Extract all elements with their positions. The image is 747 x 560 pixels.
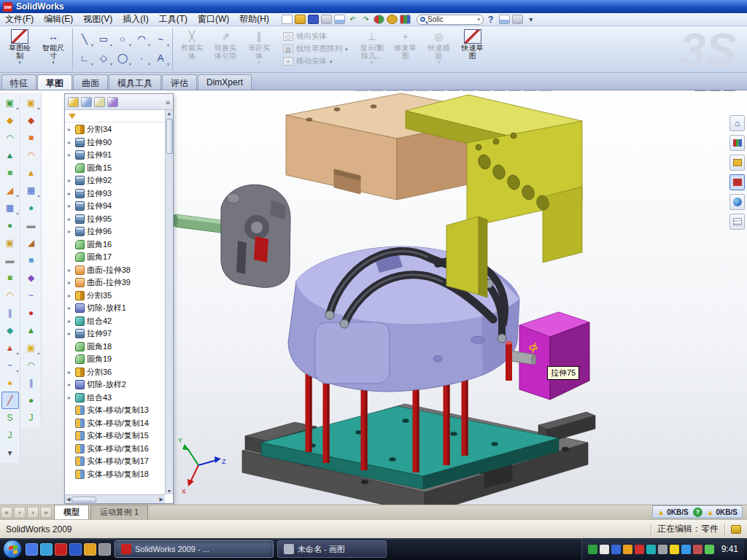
tree-item[interactable]: 圆角17 bbox=[65, 251, 165, 264]
tray-icon-9[interactable] bbox=[693, 545, 703, 554]
model-tab-模型[interactable]: 模型 bbox=[54, 505, 89, 519]
tree-item[interactable]: 圆角15 bbox=[65, 162, 165, 175]
browser-icon[interactable] bbox=[40, 543, 53, 556]
tree-item[interactable]: ▸拉伸90 bbox=[65, 136, 165, 149]
tab-草图[interactable]: 草图 bbox=[37, 74, 72, 90]
tab-特征[interactable]: 特征 bbox=[1, 74, 36, 90]
swept-boss-icon[interactable]: ◠ bbox=[1, 129, 19, 147]
menu-视图(V)[interactable]: 视图(V) bbox=[78, 12, 117, 26]
side-block[interactable] bbox=[519, 312, 589, 400]
tree-item[interactable]: ▸分割36 bbox=[65, 366, 165, 379]
top-plate[interactable] bbox=[286, 93, 512, 200]
line-tool[interactable]: ╲▾ bbox=[75, 29, 94, 48]
tree-item[interactable]: ▸切除-放样1 bbox=[65, 302, 165, 315]
view-palette-icon[interactable] bbox=[729, 194, 745, 210]
boundary-boss-icon[interactable]: ■ bbox=[1, 164, 19, 182]
tab-模具工具[interactable]: 模具工具 bbox=[109, 74, 161, 90]
menu-文件(F)[interactable]: 文件(F) bbox=[0, 12, 39, 26]
undo-icon[interactable]: ↶ bbox=[347, 15, 358, 24]
base-plate[interactable] bbox=[242, 404, 595, 505]
knit-surface-icon[interactable]: ■ bbox=[23, 252, 40, 269]
rebuild-icon[interactable] bbox=[374, 15, 384, 24]
expand-arrow-icon[interactable]: ▸ bbox=[68, 330, 75, 337]
ejector-pins[interactable] bbox=[306, 352, 468, 473]
task-solidworks[interactable]: SolidWorks 2009 - ... bbox=[115, 540, 274, 558]
menu-插入(I)[interactable]: 插入(I) bbox=[117, 12, 153, 26]
options-icon[interactable] bbox=[387, 15, 398, 24]
tree-item[interactable]: 实体-移动/复制15 bbox=[65, 429, 165, 443]
polygon-tool[interactable]: ◇▾ bbox=[94, 48, 113, 67]
yoke-bracket[interactable] bbox=[406, 95, 582, 298]
tree-filter-row[interactable] bbox=[65, 110, 173, 122]
redo-icon[interactable]: ↷ bbox=[360, 15, 371, 24]
freeform-icon[interactable]: ~ bbox=[23, 287, 40, 304]
print-preview-icon[interactable] bbox=[334, 15, 345, 24]
instant3d-icon[interactable]: ● bbox=[1, 374, 19, 392]
shell-icon[interactable]: ■ bbox=[1, 269, 19, 287]
sketch-button[interactable]: 草图绘制▾ bbox=[3, 28, 36, 65]
media-player-icon[interactable] bbox=[98, 543, 111, 556]
tree-item[interactable]: ▸切除-放样2 bbox=[65, 378, 165, 392]
ruled-surface-icon[interactable]: ∥ bbox=[23, 374, 40, 392]
explorer-icon[interactable] bbox=[69, 543, 82, 556]
expand-arrow-icon[interactable]: ▸ bbox=[68, 267, 75, 273]
tree-item[interactable]: ▸拉伸96 bbox=[65, 225, 165, 238]
expand-arrow-icon[interactable]: ▸ bbox=[68, 177, 75, 184]
tree-horizontal-scrollbar[interactable]: ◀ ▶ bbox=[65, 494, 165, 503]
filled-surface-icon[interactable]: ● bbox=[23, 392, 40, 409]
expand-arrow-icon[interactable]: ▸ bbox=[68, 190, 75, 197]
tree-vertical-scrollbar[interactable]: ▲ ▼ bbox=[165, 110, 173, 494]
revolved-boss-icon[interactable]: ◆ bbox=[1, 112, 19, 129]
tab-评估[interactable]: 评估 bbox=[162, 74, 197, 90]
menu-帮助(H)[interactable]: 帮助(H) bbox=[234, 12, 274, 26]
menu-编辑(E)[interactable]: 编辑(E) bbox=[39, 12, 78, 26]
swept-surface-icon[interactable]: ▲ bbox=[23, 164, 40, 182]
expand-arrow-icon[interactable]: ▸ bbox=[68, 318, 75, 324]
scroll-up-icon[interactable]: ▲ bbox=[167, 111, 172, 116]
featuremanager-tab-icon[interactable] bbox=[68, 97, 79, 107]
dimxpertmanager-tab-icon[interactable] bbox=[107, 97, 118, 107]
linear-pattern-icon[interactable]: ▦▾ bbox=[1, 199, 19, 217]
tray-icon-4[interactable] bbox=[635, 545, 644, 554]
bolster-plate[interactable] bbox=[261, 406, 559, 489]
scroll-thumb[interactable] bbox=[71, 497, 96, 502]
scroll-down-icon[interactable]: ▼ bbox=[167, 489, 172, 494]
search-dropdown-icon[interactable]: ▾ bbox=[477, 17, 480, 23]
tree-item[interactable]: ▸分割34 bbox=[65, 123, 165, 136]
expand-arrow-icon[interactable]: ▸ bbox=[68, 228, 75, 235]
lofted-boss-icon[interactable]: ▲ bbox=[1, 147, 19, 164]
file-explorer-icon[interactable] bbox=[729, 155, 745, 171]
expand-arrow-icon[interactable]: ▸ bbox=[68, 152, 75, 158]
guide-stub[interactable] bbox=[506, 341, 536, 381]
scroll-left-icon[interactable]: ◀ bbox=[66, 497, 70, 502]
tab-DimXpert[interactable]: DimXpert bbox=[198, 74, 252, 90]
print-icon[interactable] bbox=[321, 15, 332, 24]
network-help-icon[interactable]: ? bbox=[693, 508, 703, 517]
expand-arrow-icon[interactable]: ▸ bbox=[68, 203, 75, 209]
fillet-icon[interactable]: ● bbox=[1, 217, 19, 234]
open-icon[interactable] bbox=[295, 15, 306, 24]
curves-icon[interactable]: ~▾ bbox=[1, 357, 19, 374]
expand-arrow-icon[interactable]: ▸ bbox=[68, 381, 75, 388]
tree-item[interactable]: 实体-移动/复制17 bbox=[65, 455, 165, 468]
expand-arrow-icon[interactable]: ▸ bbox=[68, 305, 75, 311]
trim-surface-icon[interactable]: ◢ bbox=[23, 234, 40, 252]
more-features-icon[interactable]: ▾ bbox=[1, 444, 19, 462]
show-desktop-icon[interactable] bbox=[26, 543, 38, 556]
tree-pane-chevron-icon[interactable]: » bbox=[166, 98, 170, 106]
expand-arrow-icon[interactable]: ▸ bbox=[68, 369, 75, 376]
spline-tool[interactable]: ~▾ bbox=[151, 29, 170, 48]
help-icon[interactable]: ? bbox=[488, 15, 493, 25]
tree-item[interactable]: 实体-移动/复制16 bbox=[65, 443, 165, 456]
model-nav-0[interactable]: « bbox=[1, 507, 12, 518]
extruded-surface-icon[interactable]: ■ bbox=[23, 129, 40, 147]
tree-item[interactable]: 实体-移动/复制13 bbox=[65, 404, 165, 417]
save-icon[interactable] bbox=[308, 15, 319, 24]
expand-arrow-icon[interactable]: ▸ bbox=[68, 139, 75, 146]
draft-icon[interactable]: ∥ bbox=[1, 304, 19, 322]
thicken-icon[interactable]: ◆ bbox=[23, 269, 40, 287]
tree-item[interactable]: 圆角18 bbox=[65, 341, 165, 354]
revolved-surface-icon[interactable]: ◠ bbox=[23, 147, 40, 164]
task-paint[interactable]: 未命名 - 画图 bbox=[277, 540, 387, 558]
menu-窗口(W)[interactable]: 窗口(W) bbox=[193, 12, 234, 26]
